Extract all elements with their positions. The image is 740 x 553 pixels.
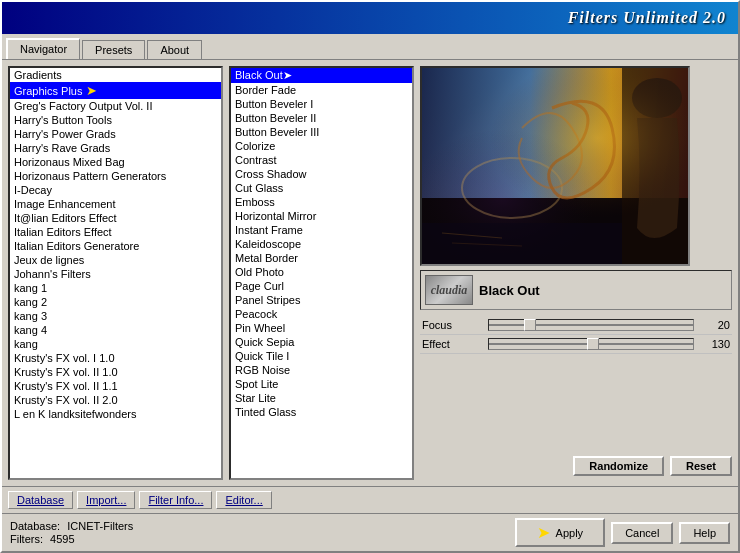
list-item[interactable]: Johann's Filters [10,267,221,281]
list-item[interactable]: Harry's Button Tools [10,113,221,127]
filter-item[interactable]: Border Fade [231,83,412,97]
left-panel: Gradients Graphics Plus➤ Greg's Factory … [8,66,223,480]
tab-presets[interactable]: Presets [82,40,145,59]
status-left: Database: ICNET-Filters Filters: 4595 [10,520,133,545]
filter-item[interactable]: Quick Tile I [231,349,412,363]
claudia-logo: claudia [425,275,473,305]
database-value: ICNET-Filters [67,520,133,532]
list-item[interactable]: Horizonaus Pattern Generators [10,169,221,183]
tabs-bar: Navigator Presets About [2,34,738,60]
middle-panel: Black Out➤ Border Fade Button Beveler I … [229,66,414,480]
claudia-badge: claudia Black Out [420,270,732,310]
arrow-icon: ➤ [283,69,292,81]
filter-item[interactable]: Star Lite [231,391,412,405]
tab-navigator[interactable]: Navigator [6,38,80,59]
filter-item[interactable]: Old Photo [231,265,412,279]
filter-item[interactable]: Panel Stripes [231,293,412,307]
main-window: Filters Unlimited 2.0 Navigator Presets … [0,0,740,553]
filter-item[interactable]: Quick Sepia [231,335,412,349]
list-item[interactable]: Image Enhancement [10,197,221,211]
filter-item[interactable]: Cross Shadow [231,167,412,181]
reset-button[interactable]: Reset [670,456,732,476]
middle-list[interactable]: Black Out➤ Border Fade Button Beveler I … [229,66,414,480]
filter-item[interactable]: Instant Frame [231,223,412,237]
param-slider-focus[interactable] [488,319,694,331]
filter-item[interactable]: Peacock [231,307,412,321]
filter-item[interactable]: Colorize [231,139,412,153]
main-content: Gradients Graphics Plus➤ Greg's Factory … [2,60,738,486]
filter-item[interactable]: Black Out➤ [231,68,412,83]
title-bar: Filters Unlimited 2.0 [2,2,738,34]
param-label-effect: Effect [422,338,482,350]
right-spacer [420,354,732,452]
list-item[interactable]: It@lian Editors Effect [10,211,221,225]
help-button[interactable]: Help [679,522,730,544]
editor-button[interactable]: Editor... [216,491,271,509]
list-item[interactable]: kang 2 [10,295,221,309]
status-filters: Filters: 4595 [10,533,133,545]
filter-item[interactable]: Button Beveler II [231,111,412,125]
filter-item[interactable]: Page Curl [231,279,412,293]
cancel-button[interactable]: Cancel [611,522,673,544]
active-filter-name: Black Out [479,283,727,298]
param-row-focus: Focus 20 [420,316,732,335]
params-area: Focus 20 Effect 130 [420,316,732,354]
filter-item[interactable]: Contrast [231,153,412,167]
filter-item[interactable]: Button Beveler I [231,97,412,111]
slider-thumb-effect[interactable] [587,338,599,350]
filter-item[interactable]: Button Beveler III [231,125,412,139]
list-item[interactable]: Harry's Power Grads [10,127,221,141]
param-value-focus: 20 [700,319,730,331]
randomize-button[interactable]: Randomize [573,456,664,476]
toolbar-row: Database Import... Filter Info... Editor… [2,486,738,513]
list-item[interactable]: Greg's Factory Output Vol. II [10,99,221,113]
param-label-focus: Focus [422,319,482,331]
filter-item[interactable]: Spot Lite [231,377,412,391]
list-item[interactable]: L en K landksitefwonders [10,407,221,421]
svg-rect-7 [422,223,622,266]
right-panel: claudia Black Out Focus 20 Effect [420,66,732,480]
list-item[interactable]: kang [10,337,221,351]
arrow-icon: ➤ [86,83,97,98]
filter-item[interactable]: RGB Noise [231,363,412,377]
filter-item[interactable]: Tinted Glass [231,405,412,419]
status-right: ➤ Apply Cancel Help [515,518,730,547]
database-button[interactable]: Database [8,491,73,509]
param-row-effect: Effect 130 [420,335,732,354]
filter-info-button[interactable]: Filter Info... [139,491,212,509]
filters-value: 4595 [50,533,74,545]
list-item[interactable]: Jeux de lignes [10,253,221,267]
list-item[interactable]: Italian Editors Generatore [10,239,221,253]
left-list[interactable]: Gradients Graphics Plus➤ Greg's Factory … [8,66,223,480]
status-bar: Database: ICNET-Filters Filters: 4595 ➤ … [2,513,738,551]
list-item[interactable]: kang 1 [10,281,221,295]
window-title: Filters Unlimited 2.0 [568,9,726,27]
list-item[interactable]: I-Decay [10,183,221,197]
filter-item[interactable]: Cut Glass [231,181,412,195]
list-item[interactable]: Krusty's FX vol. II 1.0 [10,365,221,379]
filter-item[interactable]: Kaleidoscope [231,237,412,251]
preview-svg [422,68,690,266]
list-item[interactable]: Horizonaus Mixed Bag [10,155,221,169]
list-item[interactable]: Gradients [10,68,221,82]
param-value-effect: 130 [700,338,730,350]
filter-item[interactable]: Metal Border [231,251,412,265]
list-item[interactable]: Krusty's FX vol. II 2.0 [10,393,221,407]
slider-thumb-focus[interactable] [524,319,536,331]
filter-item[interactable]: Pin Wheel [231,321,412,335]
list-item[interactable]: Harry's Rave Grads [10,141,221,155]
list-item[interactable]: Krusty's FX vol. I 1.0 [10,351,221,365]
list-item[interactable]: kang 3 [10,309,221,323]
list-item[interactable]: kang 4 [10,323,221,337]
list-item[interactable]: Italian Editors Effect [10,225,221,239]
filter-item[interactable]: Emboss [231,195,412,209]
list-item[interactable]: Graphics Plus➤ [10,82,221,99]
apply-button[interactable]: ➤ Apply [515,518,606,547]
param-slider-effect[interactable] [488,338,694,350]
tab-about[interactable]: About [147,40,202,59]
preview-image [420,66,690,266]
filter-item[interactable]: Horizontal Mirror [231,209,412,223]
import-button[interactable]: Import... [77,491,135,509]
action-row: Randomize Reset [420,452,732,480]
list-item[interactable]: Krusty's FX vol. II 1.1 [10,379,221,393]
